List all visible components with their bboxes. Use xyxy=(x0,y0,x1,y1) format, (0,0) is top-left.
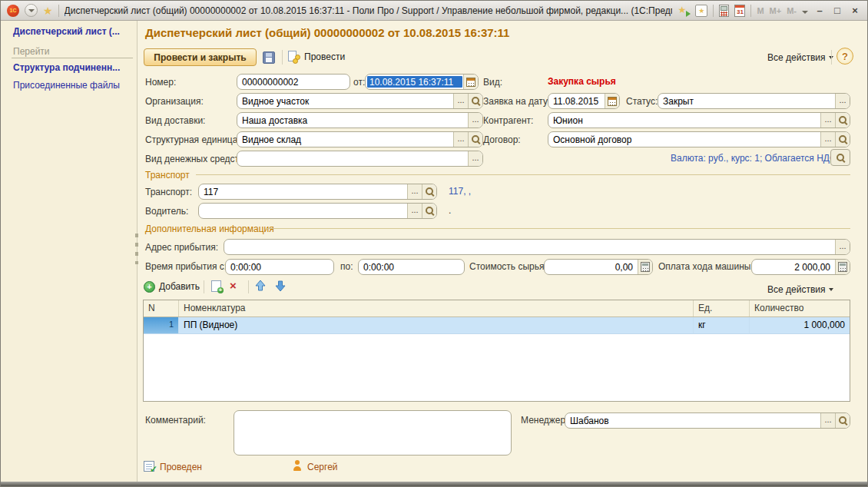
organization-open-button[interactable] xyxy=(468,94,482,108)
calendar-icon xyxy=(466,78,475,87)
app-window: 1С ★ Диспетчерский лист (общий) 00000000… xyxy=(0,0,868,487)
chevron-down-icon xyxy=(802,11,808,14)
transport-field[interactable]: 117 ... xyxy=(198,184,437,200)
all-actions-button[interactable]: Все действия xyxy=(767,50,833,65)
document-date-field[interactable]: 10.08.2015 16:37:11 xyxy=(365,74,479,90)
sidebar-item-attached-files[interactable]: Присоединенные файлы xyxy=(13,80,120,91)
structural-unit-open-button[interactable] xyxy=(468,132,482,147)
table-empty-area xyxy=(144,334,850,401)
raw-cost-calc-button[interactable] xyxy=(638,260,652,274)
counterparty-open-button[interactable] xyxy=(835,113,850,128)
main-menu-button[interactable] xyxy=(25,4,38,17)
post-button[interactable]: Провести xyxy=(288,49,345,65)
counterparty-field[interactable]: Юнион ... xyxy=(548,112,850,128)
cash-kind-field[interactable]: ... xyxy=(237,151,483,167)
delivery-kind-choose-button[interactable]: ... xyxy=(468,113,482,128)
memory-m-button[interactable]: M xyxy=(757,6,764,15)
driver-open-button[interactable] xyxy=(422,204,436,218)
counterparty-choose-button[interactable]: ... xyxy=(820,113,835,128)
toolbar-separator xyxy=(204,280,204,293)
contract-field[interactable]: Основной договор ... xyxy=(548,131,850,147)
organization-choose-button[interactable]: ... xyxy=(453,94,468,108)
ride-payment-calc-button[interactable] xyxy=(835,260,850,274)
date-calendar-button[interactable] xyxy=(463,75,478,89)
driver-label: Водитель: xyxy=(145,206,188,217)
ride-payment-field[interactable]: 2 000,00 xyxy=(751,259,850,275)
status-choose-button[interactable]: ... xyxy=(835,94,850,108)
items-all-actions-button[interactable]: Все действия xyxy=(767,282,833,297)
favorites-list-icon[interactable]: ★ xyxy=(695,5,707,17)
organization-label: Организация: xyxy=(145,96,204,107)
calendar-31-icon[interactable]: 31 xyxy=(734,5,745,17)
copy-row-button[interactable] xyxy=(211,280,221,292)
status-field[interactable]: Закрыт ... xyxy=(658,93,850,109)
column-header-nomenclature[interactable]: Номенклатура xyxy=(179,300,694,316)
manager-open-button[interactable] xyxy=(835,413,850,428)
help-button[interactable]: ? xyxy=(837,48,853,65)
minimize-button[interactable]: – xyxy=(813,5,826,17)
memory-m-plus-button[interactable]: M+ xyxy=(770,6,782,15)
contract-choose-button[interactable]: ... xyxy=(820,132,835,147)
splitter-handle[interactable] xyxy=(135,234,138,264)
unit-cell[interactable]: кг xyxy=(694,317,750,333)
favorites-star-icon[interactable]: ★ xyxy=(43,5,53,16)
delivery-kind-label: Вид доставки: xyxy=(145,115,205,126)
raw-cost-field[interactable]: 0,00 xyxy=(544,259,653,275)
delete-row-button[interactable]: × xyxy=(230,280,237,291)
post-and-close-button[interactable]: Провести и закрыть xyxy=(144,48,257,66)
move-up-button[interactable] xyxy=(254,280,267,292)
date-label: от: xyxy=(353,77,365,88)
sidebar-item-subordination-structure[interactable]: Структура подчиненн... xyxy=(13,62,120,73)
toolbar-overflow-button[interactable] xyxy=(802,5,808,16)
close-button[interactable]: × xyxy=(849,5,861,17)
column-header-unit[interactable]: Ед. xyxy=(694,300,750,316)
quantity-cell[interactable]: 1 000,000 xyxy=(750,317,850,333)
currency-open-button[interactable] xyxy=(830,149,850,166)
arrival-from-field[interactable]: 0:00:00 xyxy=(225,259,334,275)
number-field[interactable]: 00000000002 xyxy=(237,74,350,90)
structural-unit-field[interactable]: Видное склад ... xyxy=(237,131,483,147)
add-icon: + xyxy=(144,281,155,293)
transport-choose-button[interactable]: ... xyxy=(407,184,422,199)
organization-field[interactable]: Видное участок ... xyxy=(237,93,483,109)
column-header-quantity[interactable]: Количество xyxy=(750,300,850,316)
contract-open-button[interactable] xyxy=(835,132,850,147)
transport-label: Транспорт: xyxy=(145,187,192,197)
add-row-button[interactable]: + Добавить xyxy=(144,279,200,294)
transport-open-button[interactable] xyxy=(422,184,436,199)
maximize-button[interactable]: □ xyxy=(831,5,843,17)
items-table-header: N Номенклатура Ед. Количество xyxy=(144,300,850,317)
chevron-down-icon xyxy=(28,9,35,12)
sidebar-item-dispatch-sheet[interactable]: Диспетчерский лист (... xyxy=(13,26,120,37)
request-date-calendar-button[interactable] xyxy=(605,94,619,108)
driver-field[interactable]: ... xyxy=(198,203,437,219)
memory-m-minus-button[interactable]: M- xyxy=(787,6,797,15)
request-date-field[interactable]: 11.08.2015 xyxy=(548,93,620,109)
move-down-button[interactable] xyxy=(274,280,287,292)
comment-input[interactable] xyxy=(234,410,512,456)
column-header-n[interactable]: N xyxy=(144,300,179,316)
cash-kind-choose-button[interactable]: ... xyxy=(468,151,482,166)
cash-kind-label: Вид денежных средств: xyxy=(145,154,247,164)
save-icon[interactable] xyxy=(263,51,275,64)
arrival-address-field[interactable]: ... xyxy=(224,239,850,255)
delivery-kind-field[interactable]: Наша доставка ... xyxy=(237,112,483,128)
table-row[interactable]: 1 ПП (Видное) кг 1 000,000 xyxy=(144,317,850,334)
nomenclature-cell[interactable]: ПП (Видное) xyxy=(179,317,694,333)
manager-choose-button[interactable]: ... xyxy=(820,413,835,428)
arrival-to-field[interactable]: 0:00:00 xyxy=(358,259,465,275)
sidebar-divider xyxy=(12,58,133,58)
magnifier-icon xyxy=(838,115,848,125)
driver-choose-button[interactable]: ... xyxy=(407,204,422,218)
arrival-to-label: по: xyxy=(340,261,353,272)
manager-field[interactable]: Шабанов ... xyxy=(565,412,850,429)
toolbar-separator xyxy=(282,50,283,65)
currency-link[interactable]: Валюта: руб., курс: 1; Облагается НДС xyxy=(671,153,837,164)
add-to-favorites-icon[interactable]: ★ xyxy=(678,5,690,17)
arrival-address-choose-button[interactable]: ... xyxy=(835,240,850,254)
title-bar: 1С ★ Диспетчерский лист (общий) 00000000… xyxy=(1,1,867,21)
calculator-icon xyxy=(641,262,650,272)
transport-info-link[interactable]: 117, , xyxy=(449,186,471,197)
calculator-icon[interactable] xyxy=(719,5,729,17)
structural-unit-choose-button[interactable]: ... xyxy=(453,132,468,147)
